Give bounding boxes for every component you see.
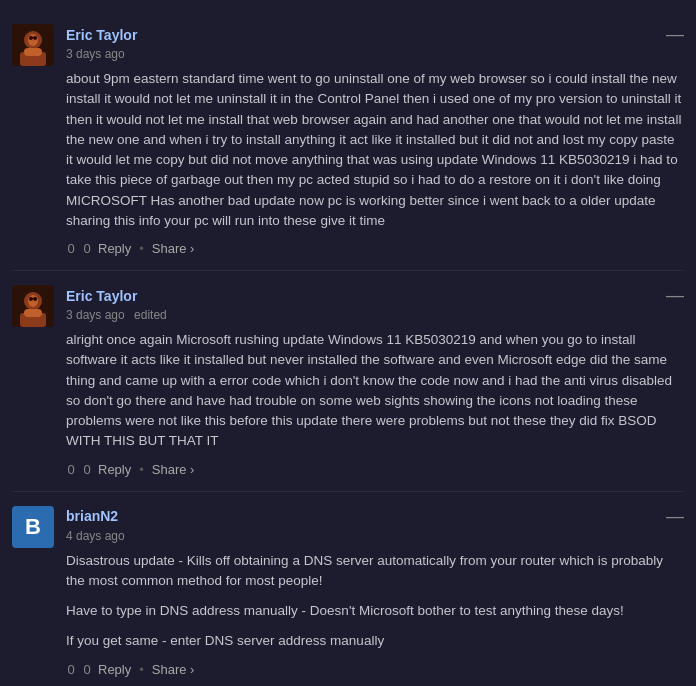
vote-down-count: 0 (82, 241, 92, 256)
comment-header: Eric Taylor — (66, 285, 684, 306)
comment-paragraph-3: If you get same - enter DNS server addre… (66, 631, 684, 651)
svg-point-13 (32, 300, 35, 302)
vote-down-count: 0 (82, 462, 92, 477)
comment-time: 4 days ago (66, 529, 125, 543)
comment-meta: 3 days ago (66, 47, 684, 61)
collapse-button[interactable]: — (666, 285, 684, 306)
comment-text-paragraphs: Disastrous update - Kills off obtaining … (66, 551, 684, 652)
avatar (12, 24, 54, 66)
comment-header: Eric Taylor — (66, 24, 684, 45)
username: Eric Taylor (66, 27, 137, 43)
edited-label: edited (134, 308, 167, 322)
vote-up-count: 0 (66, 462, 76, 477)
separator-dot: • (139, 662, 144, 677)
separator-dot: • (139, 462, 144, 477)
comment-item: Eric Taylor — 3 days ago edited alright … (12, 271, 684, 492)
reply-button[interactable]: Reply (98, 241, 131, 256)
comments-container: Eric Taylor — 3 days ago about 9pm easte… (0, 0, 696, 686)
comment-actions: 0 0 Reply • Share › (66, 462, 684, 477)
comment-body: Eric Taylor — 3 days ago edited alright … (66, 285, 684, 477)
comment-body: Eric Taylor — 3 days ago about 9pm easte… (66, 24, 684, 256)
comment-actions: 0 0 Reply • Share › (66, 241, 684, 256)
avatar-image (12, 24, 54, 66)
avatar-image (12, 285, 54, 327)
comment-text: alright once again Microsoft rushing upd… (66, 330, 684, 452)
username: brianN2 (66, 508, 118, 524)
comment-time: 3 days ago (66, 47, 125, 61)
share-button[interactable]: Share › (152, 462, 195, 477)
avatar: B (12, 506, 54, 548)
vote-up-count: 0 (66, 662, 76, 677)
comment-time: 3 days ago (66, 308, 125, 322)
comment-body: brianN2 — 4 days ago Disastrous update -… (66, 506, 684, 677)
collapse-button[interactable]: — (666, 506, 684, 527)
comment-text: about 9pm eastern standard time went to … (66, 69, 684, 231)
username: Eric Taylor (66, 288, 137, 304)
comment-meta: 3 days ago edited (66, 308, 684, 322)
reply-button[interactable]: Reply (98, 462, 131, 477)
avatar-letter: B (25, 514, 41, 540)
svg-rect-15 (24, 309, 42, 317)
share-button[interactable]: Share › (152, 241, 195, 256)
svg-point-5 (32, 39, 35, 41)
avatar (12, 285, 54, 327)
reply-button[interactable]: Reply (98, 662, 131, 677)
comment-header: brianN2 — (66, 506, 684, 527)
share-button[interactable]: Share › (152, 662, 195, 677)
svg-rect-7 (24, 48, 42, 56)
comment-paragraph-1: Disastrous update - Kills off obtaining … (66, 551, 684, 592)
separator-dot: • (139, 241, 144, 256)
comment-item: Eric Taylor — 3 days ago about 9pm easte… (12, 10, 684, 271)
vote-up-count: 0 (66, 241, 76, 256)
comment-item: B brianN2 — 4 days ago Disastrous update… (12, 492, 684, 687)
vote-down-count: 0 (82, 662, 92, 677)
comment-meta: 4 days ago (66, 529, 684, 543)
collapse-button[interactable]: — (666, 24, 684, 45)
comment-paragraph-2: Have to type in DNS address manually - D… (66, 601, 684, 621)
comment-actions: 0 0 Reply • Share › (66, 662, 684, 677)
